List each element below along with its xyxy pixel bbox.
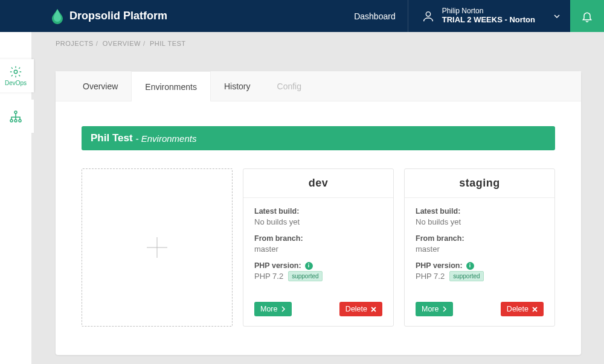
label-php: PHP version: xyxy=(254,261,301,270)
bell-icon xyxy=(581,10,593,22)
sidenav-item-2[interactable] xyxy=(0,100,34,133)
value-php: PHP 7.2 xyxy=(254,272,283,281)
svg-point-2 xyxy=(14,111,17,113)
plus-icon xyxy=(143,234,171,261)
tab-environments[interactable]: Environments xyxy=(131,71,211,101)
more-button[interactable]: More xyxy=(254,302,292,316)
supported-badge: supported xyxy=(288,271,322,281)
label-from-branch: From branch: xyxy=(416,234,544,243)
value-branch: master xyxy=(254,244,382,254)
svg-point-3 xyxy=(10,120,13,122)
brand[interactable]: Dropsolid Platform xyxy=(0,8,167,24)
crumb-current: PHIL TEST xyxy=(150,40,186,47)
crumb-overview[interactable]: OVERVIEW xyxy=(103,40,141,47)
delete-button[interactable]: Delete xyxy=(339,302,382,316)
info-icon[interactable]: i xyxy=(466,262,474,270)
chevron-right-icon xyxy=(442,306,447,312)
add-environment-button[interactable] xyxy=(82,168,233,327)
svg-point-1 xyxy=(14,70,18,74)
main-card: Overview Environments History Config Phi… xyxy=(56,71,581,355)
breadcrumb: PROJECTS/ OVERVIEW/ PHIL TEST xyxy=(56,40,186,47)
env-card-dev: dev Latest build: No builds yet From bra… xyxy=(243,168,394,327)
value-php: PHP 7.2 xyxy=(416,272,445,281)
chevron-down-icon xyxy=(553,13,561,20)
dashboard-link[interactable]: Dashboard xyxy=(342,11,408,21)
svg-point-4 xyxy=(14,120,17,122)
project-name: Phil Test xyxy=(91,132,133,144)
value-build: No builds yet xyxy=(254,217,382,226)
profile-org: TRIAL 2 WEEKS - Norton xyxy=(442,16,535,25)
close-icon xyxy=(371,307,376,312)
tabs: Overview Environments History Config xyxy=(56,71,581,101)
label-php: PHP version: xyxy=(416,261,463,270)
chevron-right-icon xyxy=(281,306,286,312)
value-branch: master xyxy=(416,244,544,254)
environments-grid: dev Latest build: No builds yet From bra… xyxy=(82,168,555,327)
profile-text: Philip Norton TRIAL 2 WEEKS - Norton xyxy=(442,7,535,25)
sidenav-devops[interactable]: DevOps xyxy=(0,59,34,92)
svg-point-5 xyxy=(19,120,21,122)
page-title-bar: Phil Test - Environments xyxy=(82,126,555,150)
more-button[interactable]: More xyxy=(416,302,453,316)
info-icon[interactable]: i xyxy=(305,262,313,270)
label-latest-build: Latest build: xyxy=(416,207,544,216)
env-name: dev xyxy=(243,169,393,198)
network-icon xyxy=(8,109,23,124)
tab-overview[interactable]: Overview xyxy=(56,71,131,101)
env-name: staging xyxy=(405,169,554,198)
delete-button[interactable]: Delete xyxy=(501,302,544,316)
side-nav: DevOps xyxy=(0,32,31,364)
profile-menu[interactable]: Philip Norton TRIAL 2 WEEKS - Norton xyxy=(408,0,570,32)
label-from-branch: From branch: xyxy=(254,234,382,243)
tab-history[interactable]: History xyxy=(211,71,264,101)
tab-config: Config xyxy=(264,71,315,101)
profile-name: Philip Norton xyxy=(442,7,535,16)
supported-badge: supported xyxy=(449,271,483,281)
notifications-button[interactable] xyxy=(570,0,604,32)
page-subtitle: - Environments xyxy=(136,133,197,144)
brand-label: Dropsolid Platform xyxy=(69,10,167,22)
droplet-icon xyxy=(51,8,63,24)
app-header: Dropsolid Platform Dashboard Philip Nort… xyxy=(0,0,604,32)
value-build: No builds yet xyxy=(416,217,544,226)
label-latest-build: Latest build: xyxy=(254,207,382,216)
svg-point-0 xyxy=(426,11,430,16)
env-card-staging: staging Latest build: No builds yet From… xyxy=(404,168,555,327)
gear-icon xyxy=(9,65,22,78)
crumb-projects[interactable]: PROJECTS xyxy=(56,40,94,47)
user-icon xyxy=(422,10,435,23)
sidenav-devops-label: DevOps xyxy=(5,80,27,86)
close-icon xyxy=(532,307,538,312)
